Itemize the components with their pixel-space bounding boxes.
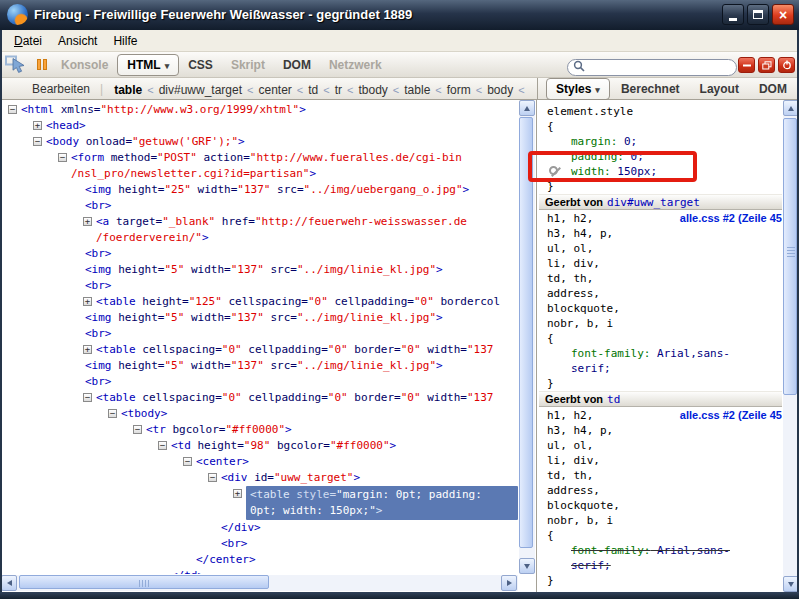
tab-html[interactable]: HTML▾ — [117, 54, 179, 76]
scroll-thumb[interactable] — [783, 118, 797, 395]
breadcrumb-item[interactable]: table — [114, 83, 142, 97]
close-button[interactable]: × — [772, 4, 794, 25]
tree-node[interactable]: −<center> — [2, 454, 518, 470]
collapse-icon[interactable]: − — [33, 137, 42, 146]
breadcrumb-item[interactable]: tr — [335, 83, 342, 97]
tree-node[interactable]: +<table cellspacing="0" cellpadding="0" … — [2, 342, 518, 358]
scroll-thumb[interactable] — [19, 575, 269, 589]
collapse-icon[interactable]: − — [83, 393, 92, 402]
code-token: <br> — [85, 247, 112, 260]
code-token: <br> — [85, 199, 112, 212]
code-token: border= — [348, 343, 401, 356]
tree-node[interactable]: −<tbody> — [2, 406, 518, 422]
code-token: <br> — [85, 327, 112, 340]
expand-icon[interactable]: + — [83, 297, 92, 306]
breadcrumb-item[interactable]: div#uww_target — [159, 83, 242, 97]
search-input[interactable] — [567, 59, 737, 76]
code-token: src= — [264, 359, 297, 372]
tree-node[interactable]: <img height="5" width="137" src="../img/… — [2, 262, 518, 278]
tree-node[interactable]: +<head> — [2, 118, 518, 134]
tree-node[interactable]: <br> — [2, 246, 518, 262]
tab-css[interactable]: CSS — [179, 55, 222, 75]
inspect-icon[interactable] — [4, 55, 28, 74]
titlebar[interactable]: Firebug - Freiwillige Feuerwehr Weißwass… — [0, 0, 799, 30]
tree-node[interactable]: −<html xmlns="http://www.w3.org/1999/xht… — [2, 102, 518, 118]
expand-icon[interactable]: + — [83, 345, 92, 354]
breadcrumb-item[interactable]: body — [487, 83, 513, 97]
html-horizontal-scrollbar[interactable] — [0, 575, 518, 591]
breadcrumb-item[interactable]: td — [308, 83, 318, 97]
code-token: "../img/uebergang_o.jpg" — [304, 183, 463, 196]
tree-node[interactable]: <img height="5" width="137" src="../img/… — [2, 358, 518, 374]
tree-node[interactable]: </td> — [2, 568, 518, 574]
minimize-button[interactable] — [722, 4, 744, 25]
minimize-firebug-button[interactable] — [738, 57, 755, 73]
breadcrumb-item[interactable]: form — [447, 83, 471, 97]
scroll-down-button[interactable] — [519, 558, 535, 574]
scroll-right-button[interactable] — [501, 575, 517, 591]
tree-node[interactable]: −<div id="uww_target"> — [2, 470, 518, 486]
collapse-icon[interactable]: − — [183, 457, 192, 466]
scroll-left-button[interactable] — [1, 575, 17, 591]
detach-firebug-button[interactable] — [758, 57, 775, 73]
tab-layout[interactable]: Layout — [691, 79, 748, 99]
tab-styles[interactable]: Styles▾ — [546, 78, 610, 100]
tree-node[interactable]: </center> — [2, 552, 518, 568]
code-token: /nsl_pro/newsletter.cgi?id=partisan" — [71, 167, 309, 180]
breadcrumb-item[interactable]: center — [258, 83, 291, 97]
tree-node[interactable]: +<table style="margin: 0pt; padding:0pt;… — [2, 486, 518, 520]
collapse-icon[interactable]: − — [108, 409, 117, 418]
code-token: "getuww('GRF');" — [132, 135, 238, 148]
css-property[interactable]: font-family: Arial,sans-serif; — [547, 543, 743, 573]
detach-icon — [762, 61, 772, 70]
collapse-icon[interactable]: − — [158, 441, 167, 450]
tree-node[interactable]: −<body onload="getuww('GRF');"> — [2, 134, 518, 150]
tree-node[interactable]: </div> — [2, 520, 518, 536]
tab-netzwerk[interactable]: Netzwerk — [320, 55, 391, 75]
expand-icon[interactable]: + — [33, 121, 42, 130]
menu-ansicht[interactable]: Ansicht — [50, 32, 105, 50]
tree-node[interactable]: −<form method="POST" action="http://www.… — [2, 150, 518, 182]
tree-node[interactable]: <img height="25" width="137" src="../img… — [2, 182, 518, 198]
selected-node-highlight[interactable]: <table style="margin: 0pt; padding:0pt; … — [246, 486, 518, 520]
collapse-icon[interactable]: − — [208, 473, 217, 482]
tree-node[interactable]: −<tr bgcolor="#ff0000"> — [2, 422, 518, 438]
tree-node[interactable]: <br> — [2, 374, 518, 390]
css-source-link[interactable]: alle.css #2 (Zeile 45 — [680, 408, 782, 423]
tab-berechnet[interactable]: Berechnet — [612, 79, 689, 99]
css-property[interactable]: font-family: Arial,sans-serif; — [547, 346, 743, 376]
collapse-icon[interactable]: − — [133, 425, 142, 434]
close-firebug-button[interactable] — [778, 57, 795, 73]
tree-node[interactable]: <br> — [2, 536, 518, 552]
tab-konsole[interactable]: Konsole — [52, 55, 117, 75]
inherited-element-link[interactable]: div#uww_target — [607, 196, 700, 209]
tree-node[interactable]: <br> — [2, 278, 518, 294]
tab-dom[interactable]: DOM — [274, 55, 320, 75]
scroll-up-button[interactable] — [519, 100, 535, 116]
menu-hilfe[interactable]: Hilfe — [105, 32, 145, 50]
tab-dom-side[interactable]: DOM — [750, 79, 796, 99]
inherited-element-link[interactable]: td — [607, 393, 620, 406]
code-token: "0" — [401, 391, 421, 404]
breadcrumb-item[interactable]: table — [404, 83, 430, 97]
css-source-link[interactable]: alle.css #2 (Zeile 45 — [680, 211, 782, 226]
menu-datei[interactable]: Datei — [6, 32, 50, 50]
tree-node[interactable]: −<td height="98" bgcolor="#ff0000"> — [2, 438, 518, 454]
tree-node[interactable]: <br> — [2, 326, 518, 342]
tree-node[interactable]: <img height="5" width="137" src="../img/… — [2, 310, 518, 326]
collapse-icon[interactable]: − — [8, 105, 17, 114]
css-property[interactable]: margin: 0; — [547, 134, 743, 149]
maximize-button[interactable] — [747, 4, 769, 25]
tree-node[interactable]: −<table cellspacing="0" cellpadding="0" … — [2, 390, 518, 406]
tab-skript[interactable]: Skript — [222, 55, 274, 75]
expand-icon[interactable]: + — [233, 489, 242, 498]
tree-node[interactable]: +<a target="_blank" href="http://feuerwe… — [2, 214, 518, 246]
open-brace: { — [547, 331, 782, 346]
tree-node[interactable]: +<table height="125" cellspacing="0" cel… — [2, 294, 518, 310]
collapse-icon[interactable]: − — [58, 153, 67, 162]
edit-button[interactable]: Bearbeiten — [26, 80, 96, 98]
breadcrumb-item[interactable]: tbody — [358, 83, 387, 97]
pause-icon[interactable] — [36, 59, 48, 70]
tree-node[interactable]: <br> — [2, 198, 518, 214]
expand-icon[interactable]: + — [83, 217, 92, 226]
